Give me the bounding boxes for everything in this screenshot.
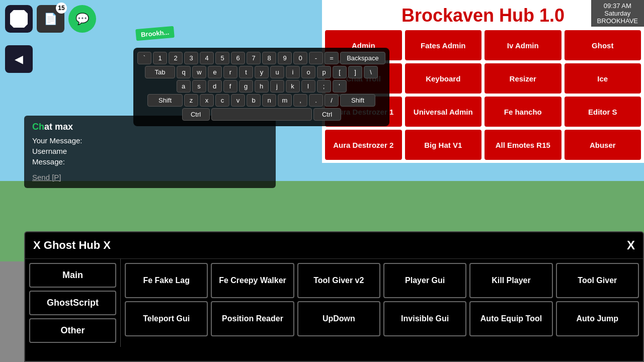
brockaven-btn-ice[interactable]: Ice bbox=[565, 63, 641, 94]
brockaven-btn-fates-admin[interactable]: Fates Admin bbox=[405, 30, 482, 60]
ghost-btn-teleport-gui[interactable]: Teleport Gui bbox=[125, 301, 208, 336]
kb-key-space[interactable] bbox=[211, 108, 312, 121]
ghost-btn-invisible-gui[interactable]: Invisible Gui bbox=[383, 301, 466, 336]
kb-key-e[interactable]: e bbox=[208, 66, 222, 78]
kb-key-7[interactable]: 7 bbox=[247, 52, 261, 64]
day: Saturday bbox=[597, 10, 638, 17]
document-icon: 📄 bbox=[44, 13, 57, 26]
kb-key-u[interactable]: u bbox=[270, 66, 284, 78]
kb-key-lbracket[interactable]: [ bbox=[333, 66, 347, 78]
brockaven-btn-editor-s[interactable]: Editor S bbox=[565, 97, 641, 127]
kb-key-rctrl[interactable]: Ctrl bbox=[313, 108, 341, 121]
kb-key-comma[interactable]: , bbox=[293, 94, 307, 107]
brockaven-btn-ghost[interactable]: Ghost bbox=[565, 30, 641, 60]
kb-key-6[interactable]: 6 bbox=[231, 52, 245, 64]
kb-key-g[interactable]: g bbox=[239, 80, 253, 93]
kb-key-k[interactable]: k bbox=[286, 80, 300, 93]
kb-key-d[interactable]: d bbox=[208, 80, 222, 93]
ghost-btn-player-gui[interactable]: Player Gui bbox=[383, 263, 466, 298]
kb-key-r[interactable]: r bbox=[223, 66, 237, 78]
brockaven-btn-universal-admin[interactable]: Universal Admin bbox=[405, 97, 482, 127]
ghost-btn-updown[interactable]: UpDown bbox=[297, 301, 380, 336]
roblox-home-button[interactable] bbox=[5, 5, 33, 33]
ghost-btn-kill-player[interactable]: Kill Player bbox=[469, 263, 552, 298]
kb-key-period[interactable]: . bbox=[309, 94, 323, 107]
kb-row-1: ` 1 2 3 4 5 6 7 8 9 0 - = Backspace bbox=[137, 52, 385, 64]
brockaven-btn-resizer[interactable]: Resizer bbox=[485, 63, 561, 94]
ghost-btn-auto-jump[interactable]: Auto Jump bbox=[556, 301, 639, 336]
kb-key-2[interactable]: 2 bbox=[169, 52, 183, 64]
notification-badge: 15 bbox=[56, 3, 67, 14]
kb-key-equals[interactable]: = bbox=[325, 52, 339, 64]
kb-key-o[interactable]: o bbox=[301, 66, 315, 78]
ghost-btn-tool-giver-v2[interactable]: Tool Giver v2 bbox=[297, 263, 380, 298]
kb-key-slash[interactable]: / bbox=[325, 94, 339, 107]
ghost-btn-auto-equip-tool[interactable]: Auto Equip Tool bbox=[469, 301, 552, 336]
ghost-btn-position-reader[interactable]: Position Reader bbox=[211, 301, 294, 336]
ghost-btn-tool-giver[interactable]: Tool Giver bbox=[556, 263, 639, 298]
kb-key-l[interactable]: l bbox=[301, 80, 315, 93]
kb-key-y[interactable]: y bbox=[255, 66, 269, 78]
kb-key-1[interactable]: 1 bbox=[153, 52, 167, 64]
brockaven-btn-iv-admin[interactable]: Iv Admin bbox=[485, 30, 561, 60]
kb-key-lshift[interactable]: Shift bbox=[147, 94, 183, 107]
brockaven-btn-aura2[interactable]: Aura Destrozer 2 bbox=[325, 130, 402, 160]
kb-key-quote[interactable]: ' bbox=[333, 80, 347, 93]
ghost-hub-close-button[interactable]: X bbox=[627, 238, 635, 252]
ghost-btn-fe-creepy-walker[interactable]: Fe Creepy Walker bbox=[211, 263, 294, 298]
kb-key-t[interactable]: t bbox=[239, 66, 253, 78]
kb-key-minus[interactable]: - bbox=[309, 52, 323, 64]
ghost-hub-title: X Ghost Hub X bbox=[33, 239, 111, 252]
kb-key-j[interactable]: j bbox=[270, 80, 284, 93]
kb-key-c[interactable]: c bbox=[215, 94, 229, 107]
kb-key-rbracket[interactable]: ] bbox=[348, 66, 362, 78]
brockaven-btn-fe-hancho[interactable]: Fe hancho bbox=[485, 97, 561, 127]
kb-key-z[interactable]: z bbox=[184, 94, 198, 107]
chat-icon: 💬 bbox=[75, 13, 89, 26]
brockaven-btn-all-emotes[interactable]: All Emotes R15 bbox=[485, 130, 561, 160]
sidebar-item-ghostscript[interactable]: GhostScript bbox=[29, 291, 116, 315]
clock: 09:37 AM bbox=[597, 2, 638, 10]
kb-key-backslash[interactable]: \ bbox=[364, 66, 378, 78]
kb-key-x[interactable]: x bbox=[200, 94, 214, 107]
server: BROOKHAVE bbox=[597, 17, 638, 25]
brockaven-btn-big-hat[interactable]: Big Hat V1 bbox=[405, 130, 482, 160]
kb-key-5[interactable]: 5 bbox=[215, 52, 229, 64]
kb-key-9[interactable]: 9 bbox=[278, 52, 292, 64]
kb-key-i[interactable]: i bbox=[286, 66, 300, 78]
back-button[interactable]: ◀ bbox=[5, 45, 33, 73]
sidebar-item-main[interactable]: Main bbox=[29, 263, 116, 288]
kb-row-2: Tab q w e r t y u i o p [ ] \ bbox=[137, 66, 385, 78]
kb-key-8[interactable]: 8 bbox=[262, 52, 276, 64]
kb-key-4[interactable]: 4 bbox=[200, 52, 214, 64]
kb-key-m[interactable]: m bbox=[278, 94, 292, 107]
kb-key-n[interactable]: n bbox=[262, 94, 276, 107]
kb-key-s[interactable]: s bbox=[192, 80, 206, 93]
kb-key-f[interactable]: f bbox=[223, 80, 237, 93]
ghost-btn-fe-fake-lag[interactable]: Fe Fake Lag bbox=[125, 263, 208, 298]
sidebar-item-other[interactable]: Other bbox=[29, 318, 116, 343]
kb-key-rshift[interactable]: Shift bbox=[340, 94, 375, 107]
send-button[interactable]: Send [P] bbox=[32, 173, 61, 182]
kb-key-lctrl[interactable]: Ctrl bbox=[182, 108, 210, 121]
kb-key-3[interactable]: 3 bbox=[184, 52, 198, 64]
kb-key-a[interactable]: a bbox=[177, 80, 191, 93]
kb-key-q[interactable]: q bbox=[177, 66, 191, 78]
kb-key-b[interactable]: b bbox=[247, 94, 261, 107]
kb-key-semicolon[interactable]: ; bbox=[317, 80, 331, 93]
kb-key-w[interactable]: w bbox=[192, 66, 206, 78]
brockaven-btn-keyboard[interactable]: Keyboard bbox=[405, 63, 482, 94]
notification-button[interactable]: 📄 15 bbox=[37, 5, 64, 33]
kb-key-v[interactable]: v bbox=[231, 94, 245, 107]
kb-key-tilde[interactable]: ` bbox=[137, 52, 151, 64]
kb-key-backspace[interactable]: Backspace bbox=[340, 52, 385, 64]
brockaven-btn-abuser[interactable]: Abuser bbox=[565, 130, 641, 160]
chat-button[interactable]: 💬 bbox=[68, 5, 96, 33]
kb-key-p[interactable]: p bbox=[317, 66, 331, 78]
kb-key-h[interactable]: h bbox=[255, 80, 269, 93]
ghost-hub-panel: X Ghost Hub X X Main GhostScript Other F… bbox=[24, 231, 644, 362]
kb-key-0[interactable]: 0 bbox=[293, 52, 307, 64]
kb-row-5: Ctrl Ctrl bbox=[137, 108, 385, 121]
kb-key-tab[interactable]: Tab bbox=[145, 66, 175, 78]
message-label: Message: bbox=[32, 157, 268, 166]
